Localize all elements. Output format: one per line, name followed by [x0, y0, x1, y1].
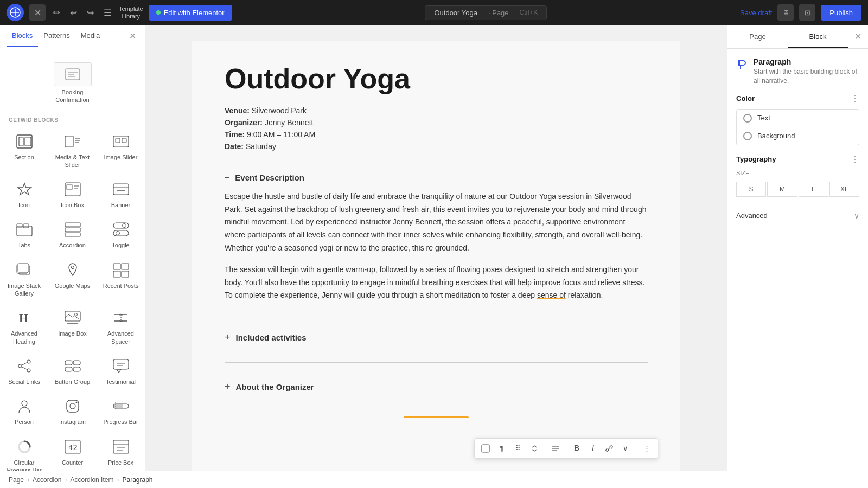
toolbar-block-icon[interactable] — [478, 441, 493, 456]
tab-patterns[interactable]: Patterns — [38, 25, 75, 47]
included-activities-header[interactable]: + Included activities — [225, 324, 648, 351]
toolbar-align-button[interactable] — [548, 441, 563, 456]
tabs-icon — [15, 220, 34, 239]
block-button-group[interactable]: Button Group — [48, 350, 97, 390]
recent-posts-icon — [111, 260, 131, 280]
block-testimonial[interactable]: Testimonial — [97, 350, 145, 390]
block-booking-confirmation[interactable]: BookingConfirmation — [51, 56, 94, 108]
tab-blocks[interactable]: Blocks — [7, 25, 38, 47]
block-image-box[interactable]: Image Box — [48, 301, 97, 350]
color-option-text[interactable]: Text — [736, 109, 859, 127]
block-advanced-spacer[interactable]: AdvancedSpacer — [97, 301, 145, 350]
sidebar-close-button[interactable]: ✕ — [127, 29, 138, 43]
recent-posts-label: Recent Posts — [103, 282, 138, 290]
block-icon[interactable]: Icon — [0, 173, 48, 213]
redo-icon[interactable]: ↪ — [85, 5, 96, 20]
size-small-button[interactable]: S — [736, 182, 766, 197]
block-media-text-slider[interactable]: Media & TextSlider — [48, 125, 97, 174]
block-social-links[interactable]: Social Links — [0, 350, 48, 390]
right-panel-close-button[interactable]: ✕ — [848, 25, 868, 48]
block-accordion[interactable]: Accordion — [48, 213, 97, 253]
desktop-view-button[interactable]: 🖥 — [777, 4, 794, 21]
template-library-button[interactable]: Template Library — [119, 5, 143, 21]
close-editor-button[interactable]: ✕ — [29, 4, 46, 21]
block-price-box[interactable]: Price Box — [97, 431, 145, 471]
image-stack-gallery-icon — [15, 260, 34, 280]
canvas-area[interactable]: Outdoor Yoga Venue: Silverwood Park Orga… — [145, 25, 727, 471]
about-organizer-header[interactable]: + About the Organizer — [225, 374, 648, 400]
toolbar-more-button[interactable]: ⋮ — [639, 441, 654, 456]
color-more-button[interactable]: ⋮ — [851, 93, 859, 104]
size-large-button[interactable]: L — [799, 182, 828, 197]
description-para1[interactable]: Escape the hustle and bustle of daily li… — [225, 190, 648, 255]
block-circular-progress-bar[interactable]: CircularProgress Bar — [0, 431, 48, 471]
block-header: Paragraph Start with the basic building … — [736, 57, 859, 86]
google-maps-label: Google Maps — [55, 282, 90, 290]
toolbar-link-button[interactable] — [602, 441, 617, 456]
page-name-pill[interactable]: Outdoor Yoga · Page Ctrl+K — [425, 5, 547, 20]
description-para2[interactable]: The session will begin with a gentle war… — [225, 264, 648, 302]
list-view-icon[interactable]: ☰ — [101, 5, 113, 20]
breadcrumb-accordion[interactable]: Accordion — [33, 476, 61, 484]
svg-rect-37 — [113, 264, 120, 269]
icon-box-label: Icon Box — [61, 201, 84, 209]
tab-media[interactable]: Media — [75, 25, 105, 47]
publish-button[interactable]: Publish — [821, 5, 861, 21]
block-image-stack-gallery[interactable]: Image StackGallery — [0, 254, 48, 302]
included-activities-toggle: + — [225, 332, 231, 343]
tablet-view-button[interactable]: ⊡ — [799, 4, 815, 21]
price-box-label: Price Box — [108, 459, 133, 466]
size-xl-button[interactable]: XL — [829, 182, 859, 197]
breadcrumb-accordion-item[interactable]: Accordion Item — [70, 476, 113, 484]
sidebar-tab-bar: Blocks Patterns Media ✕ — [0, 25, 145, 47]
tab-block[interactable]: Block — [788, 26, 848, 48]
circular-progress-bar-label: CircularProgress Bar — [7, 459, 41, 471]
block-instagram[interactable]: Instagram — [48, 390, 97, 430]
block-progress-bar[interactable]: Progress Bar — [97, 390, 145, 430]
toolbar-paragraph-button[interactable]: ¶ — [494, 441, 509, 456]
toolbar-italic-button[interactable]: I — [585, 441, 601, 456]
right-sidebar: Page Block ✕ Paragraph Start with the ba… — [727, 25, 868, 471]
breadcrumb-page[interactable]: Page — [9, 476, 24, 484]
block-advanced-heading[interactable]: H AdvancedHeading — [0, 301, 48, 350]
counter-label: Counter — [62, 459, 83, 466]
block-toggle[interactable]: Toggle — [97, 213, 145, 253]
block-banner[interactable]: Banner — [97, 173, 145, 213]
block-person[interactable]: Person — [0, 390, 48, 430]
block-image-slider[interactable]: Image Slider — [97, 125, 145, 174]
media-text-slider-icon — [63, 132, 82, 151]
color-option-background[interactable]: Background — [736, 127, 859, 145]
block-icon-box[interactable]: Icon Box — [48, 173, 97, 213]
block-tabs[interactable]: Tabs — [0, 213, 48, 253]
svg-rect-7 — [25, 137, 31, 146]
block-google-maps[interactable]: Google Maps — [48, 254, 97, 302]
svg-line-52 — [22, 367, 27, 369]
typography-more-button[interactable]: ⋮ — [851, 154, 859, 164]
svg-rect-40 — [122, 271, 129, 277]
edit-icon[interactable]: ✏ — [51, 5, 62, 20]
wp-logo[interactable] — [7, 4, 24, 21]
icon-label: Icon — [18, 201, 30, 209]
undo-icon[interactable]: ↩ — [68, 5, 79, 20]
description-partial: re grounded. — [426, 243, 469, 252]
section-toggle-icon: − — [225, 173, 229, 183]
advanced-row[interactable]: Advanced ∨ — [736, 206, 859, 226]
svg-point-63 — [75, 402, 77, 403]
svg-rect-35 — [18, 264, 29, 272]
save-draft-button[interactable]: Save draft — [740, 9, 772, 17]
instagram-icon — [63, 396, 82, 416]
toolbar-link-chevron[interactable]: ∨ — [618, 441, 633, 456]
svg-rect-70 — [113, 440, 129, 453]
toolbar-move-button[interactable] — [527, 441, 542, 456]
tab-page[interactable]: Page — [727, 26, 788, 48]
size-medium-button[interactable]: M — [767, 182, 797, 197]
block-section[interactable]: Section — [0, 125, 48, 174]
block-counter[interactable]: 42 Counter — [48, 431, 97, 471]
svg-text:42: 42 — [68, 443, 78, 452]
block-recent-posts[interactable]: Recent Posts — [97, 254, 145, 302]
edit-elementor-button[interactable]: Edit with Elementor — [149, 5, 232, 21]
toolbar-drag-handle[interactable]: ⠿ — [510, 441, 526, 456]
toolbar-bold-button[interactable]: B — [569, 441, 584, 456]
event-description-header[interactable]: − Event Description — [225, 173, 648, 183]
svg-rect-8 — [65, 136, 73, 147]
